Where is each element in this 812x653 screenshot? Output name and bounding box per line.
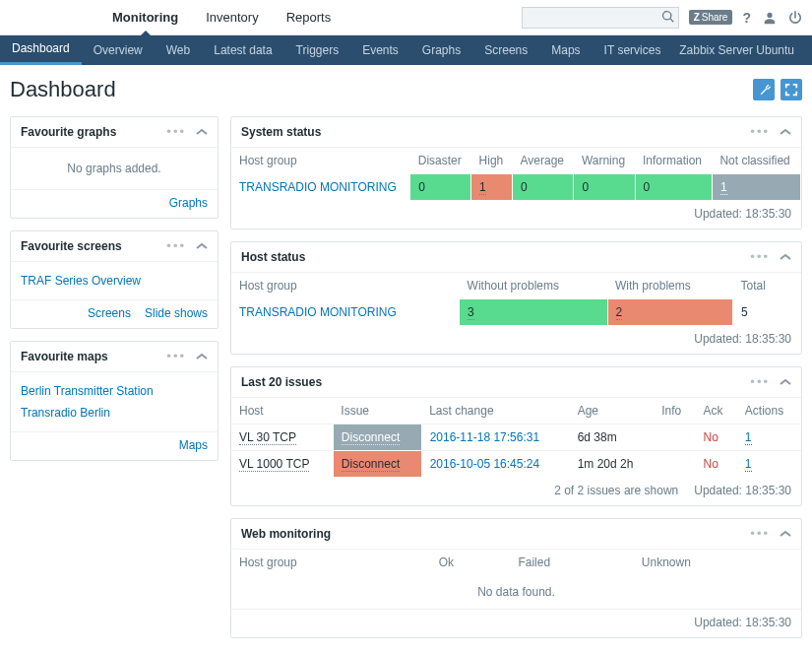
ack-link[interactable]: No (703, 457, 718, 471)
top-menu-monitoring[interactable]: Monitoring (98, 0, 192, 35)
sub-latest-data[interactable]: Latest data (202, 35, 283, 65)
col-total: Total (733, 273, 801, 299)
host-link[interactable]: VL 30 TCP (239, 430, 296, 445)
col-notclassified: Not classified (712, 148, 800, 174)
sev-information[interactable]: 0 (635, 174, 712, 201)
chevron-up-icon[interactable] (196, 239, 208, 253)
menu-icon[interactable]: ••• (750, 378, 770, 386)
lastchange-link[interactable]: 2016-10-05 16:45:24 (430, 457, 539, 471)
server-label: Zabbix Server Ubuntu (679, 43, 802, 57)
menu-icon[interactable]: ••• (750, 128, 770, 136)
widget-fav-graphs: Favourite graphs ••• No graphs added. Gr… (10, 116, 219, 219)
search-input[interactable] (522, 7, 679, 29)
user-icon[interactable] (763, 11, 777, 25)
without-problems[interactable]: 3 (460, 299, 607, 326)
top-menu-inventory[interactable]: Inventory (192, 0, 272, 35)
issue-cell[interactable]: Disconnect (333, 424, 421, 451)
sub-dashboard[interactable]: Dashboard (0, 35, 82, 65)
web-mon-title: Web monitoring (241, 527, 331, 541)
lastchange-link[interactable]: 2016-11-18 17:56:31 (430, 430, 539, 444)
sev-average[interactable]: 0 (513, 174, 574, 201)
sub-graphs[interactable]: Graphs (410, 35, 472, 65)
hostgroup-link[interactable]: TRANSRADIO MONITORING (239, 180, 397, 194)
fullscreen-button[interactable] (781, 79, 802, 100)
sev-warning[interactable]: 0 (574, 174, 635, 201)
sub-it-services[interactable]: IT services (593, 35, 673, 65)
col-disaster: Disaster (410, 148, 471, 174)
hostgroup-link[interactable]: TRANSRADIO MONITORING (239, 305, 397, 319)
updated-time: Updated: 18:35:30 (231, 609, 801, 637)
age: 6d 38m (570, 424, 655, 451)
menu-icon[interactable]: ••• (166, 353, 186, 360)
fav-graphs-title: Favourite graphs (21, 125, 116, 139)
menu-icon[interactable]: ••• (750, 530, 770, 538)
actions-link[interactable]: 1 (745, 430, 752, 445)
table-header-row: Host Issue Last change Age Info Ack Acti… (231, 398, 801, 424)
updated-time: Updated: 18:35:30 (231, 201, 801, 229)
sub-menu: Dashboard Overview Web Latest data Trigg… (0, 35, 672, 65)
with-problems[interactable]: 2 (607, 299, 733, 326)
menu-icon[interactable]: ••• (750, 253, 770, 261)
table-header-row: Host group Ok Failed Unknown (231, 550, 801, 575)
col-hostgroup: Host group (231, 550, 431, 575)
content: Favourite graphs ••• No graphs added. Gr… (0, 116, 812, 653)
share-button[interactable]: ZShare (689, 10, 733, 25)
col-actions: Actions (737, 398, 801, 424)
info (654, 451, 695, 478)
top-menu-reports[interactable]: Reports (273, 0, 345, 35)
sev-notclassified[interactable]: 1 (712, 174, 800, 201)
sub-events[interactable]: Events (350, 35, 410, 65)
fav-map-item[interactable]: Berlin Transmitter Station (21, 380, 208, 402)
actions-link[interactable]: 1 (745, 457, 752, 472)
help-icon[interactable]: ? (742, 10, 751, 26)
sub-maps[interactable]: Maps (539, 35, 592, 65)
fav-map-item[interactable]: Transradio Berlin (21, 402, 208, 424)
issue-cell[interactable]: Disconnect (333, 451, 421, 478)
link-screens[interactable]: Screens (88, 306, 131, 320)
widget-host-status: Host status ••• Host group Without probl… (230, 241, 802, 355)
menu-icon[interactable]: ••• (166, 128, 186, 136)
sev-disaster[interactable]: 0 (410, 174, 471, 201)
search-icon[interactable] (661, 10, 675, 24)
sub-overview[interactable]: Overview (82, 35, 155, 65)
col-age: Age (570, 398, 655, 424)
chevron-up-icon[interactable] (780, 250, 791, 264)
link-maps[interactable]: Maps (179, 438, 208, 452)
col-host: Host (231, 398, 333, 424)
fav-screens-title: Favourite screens (21, 239, 122, 253)
link-graphs[interactable]: Graphs (169, 196, 208, 210)
fav-graphs-empty: No graphs added. (21, 156, 208, 181)
menu-icon[interactable]: ••• (166, 242, 186, 250)
no-data: No data found. (231, 575, 801, 609)
chevron-up-icon[interactable] (780, 527, 791, 541)
top-menu: Monitoring Inventory Reports (98, 0, 344, 35)
chevron-up-icon[interactable] (196, 350, 208, 363)
system-status-title: System status (241, 125, 321, 139)
last-issues-title: Last 20 issues (241, 375, 322, 389)
sev-high[interactable]: 1 (471, 174, 513, 201)
page-title: Dashboard (10, 77, 116, 102)
sub-screens[interactable]: Screens (472, 35, 539, 65)
link-slideshows[interactable]: Slide shows (145, 306, 208, 320)
host-link[interactable]: VL 1000 TCP (239, 457, 309, 472)
col-average: Average (513, 148, 574, 174)
fav-screen-item[interactable]: TRAF Series Overview (21, 270, 208, 292)
shown-count: 2 of 2 issues are shown (554, 484, 678, 497)
config-button[interactable] (753, 79, 775, 100)
updated-time: Updated: 18:35:30 (231, 326, 801, 354)
chevron-up-icon[interactable] (196, 125, 208, 139)
chevron-up-icon[interactable] (780, 125, 791, 139)
chevron-up-icon[interactable] (780, 375, 791, 389)
table-row: TRANSRADIO MONITORING 3 2 5 (231, 299, 801, 326)
search-box (522, 7, 679, 29)
ack-link[interactable]: No (703, 430, 718, 444)
sub-web[interactable]: Web (155, 35, 202, 65)
sub-triggers[interactable]: Triggers (284, 35, 351, 65)
host-status-title: Host status (241, 250, 305, 264)
widget-fav-maps: Favourite maps ••• Berlin Transmitter St… (10, 341, 219, 461)
col-with: With problems (607, 273, 733, 299)
col-issue: Issue (333, 398, 421, 424)
table-row: TRANSRADIO MONITORING 0 1 0 0 0 1 (231, 174, 801, 201)
power-icon[interactable] (788, 11, 802, 25)
table-row: VL 30 TCP Disconnect 2016-11-18 17:56:31… (231, 424, 801, 451)
